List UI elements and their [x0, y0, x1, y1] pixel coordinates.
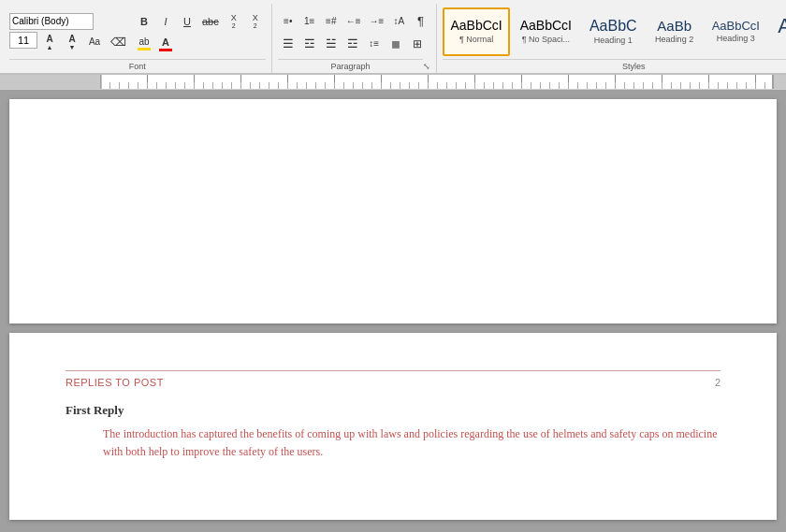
- bullets-button[interactable]: ≡•: [278, 11, 298, 32]
- ruler: [0, 75, 786, 90]
- numbering-button[interactable]: 1≡: [299, 11, 320, 32]
- shading-button[interactable]: ◼: [386, 34, 406, 54]
- show-marks-button[interactable]: ¶: [410, 11, 430, 32]
- superscript-button[interactable]: X2: [245, 11, 266, 32]
- style-h3-preview: AaBbCcI: [712, 20, 760, 33]
- style-h2-preview: AaBb: [657, 19, 691, 35]
- style-normal-label: ¶ Normal: [459, 35, 493, 44]
- font-size-input[interactable]: [9, 32, 37, 49]
- first-reply-body: The introduction has captured the benefi…: [66, 425, 720, 461]
- clear-format-button[interactable]: ⌫: [107, 32, 130, 52]
- page-2: REPLIES TO POST 2 First Reply The introd…: [9, 333, 777, 520]
- paragraph-buttons: ≡• 1≡ ≡# ←≡ →≡ ↕A ¶ ☰ ☲ ☱ ☲ ↕≡ ◼ ⊞: [278, 6, 431, 59]
- font-section-label: Font: [9, 59, 266, 73]
- style-h1-label: Heading 1: [594, 36, 633, 45]
- style-title[interactable]: AaB Title: [770, 7, 786, 56]
- borders-button[interactable]: ⊞: [407, 34, 428, 54]
- align-center-button[interactable]: ☲: [299, 34, 320, 54]
- align-left-button[interactable]: ☰: [278, 34, 298, 54]
- replies-header: REPLIES TO POST 2: [66, 370, 720, 388]
- styles-section-label: Styles: [443, 59, 786, 73]
- document-area[interactable]: REPLIES TO POST 2 First Reply The introd…: [0, 90, 786, 532]
- style-heading1[interactable]: AaBbC Heading 1: [582, 7, 645, 56]
- multilevel-button[interactable]: ≡#: [321, 11, 342, 32]
- line-spacing-button[interactable]: ↕≡: [364, 34, 385, 54]
- style-title-preview: AaB: [778, 15, 786, 37]
- replies-title: REPLIES TO POST: [66, 377, 164, 388]
- grow-font-button[interactable]: A▲: [39, 32, 60, 52]
- paragraph-dialog-launcher[interactable]: ⤡: [423, 62, 430, 71]
- style-h3-label: Heading 3: [717, 34, 755, 43]
- style-h1-preview: AaBbC: [590, 18, 637, 35]
- style-nospace-preview: AaBbCcI: [520, 19, 572, 33]
- sort-button[interactable]: ↕A: [388, 11, 409, 32]
- font-section: A▲ A▼ Aa ⌫ B I U abc X2 X2 ab: [4, 4, 272, 73]
- style-heading2[interactable]: AaBb Heading 2: [648, 7, 702, 56]
- bold-button[interactable]: B: [134, 11, 154, 32]
- underline-button[interactable]: U: [177, 11, 197, 32]
- italic-button[interactable]: I: [155, 11, 176, 32]
- style-nospace-label: ¶ No Spaci...: [522, 35, 570, 44]
- shrink-font-button[interactable]: A▼: [62, 32, 82, 52]
- replies-count: 2: [715, 377, 720, 388]
- font-color-button[interactable]: A: [155, 34, 176, 54]
- paragraph-section-label: Paragraph: [278, 59, 424, 73]
- ribbon-bar: A▲ A▼ Aa ⌫ B I U abc X2 X2 ab: [0, 0, 786, 75]
- align-right-button[interactable]: ☱: [321, 34, 342, 54]
- highlight-button[interactable]: ab: [134, 34, 154, 54]
- first-reply-heading: First Reply: [66, 403, 720, 418]
- change-case-button[interactable]: Aa: [84, 32, 105, 52]
- decrease-indent-button[interactable]: ←≡: [342, 11, 365, 32]
- paragraph-section: ≡• 1≡ ≡# ←≡ →≡ ↕A ¶ ☰ ☲ ☱ ☲ ↕≡ ◼ ⊞: [272, 4, 438, 73]
- strikethrough-button[interactable]: abc: [198, 11, 223, 32]
- style-no-spacing[interactable]: AaBbCcI ¶ No Spaci...: [513, 7, 579, 56]
- subscript-button[interactable]: X2: [224, 11, 244, 32]
- increase-indent-button[interactable]: →≡: [366, 11, 388, 32]
- style-normal-preview: AaBbCcI: [450, 19, 502, 33]
- font-section-buttons: A▲ A▼ Aa ⌫ B I U abc X2 X2 ab: [9, 6, 266, 59]
- page-1: [9, 99, 777, 324]
- styles-buttons: AaBbCcI ¶ Normal AaBbCcI ¶ No Spaci... A…: [443, 6, 786, 59]
- font-name-input[interactable]: [9, 13, 94, 30]
- justify-button[interactable]: ☲: [342, 34, 363, 54]
- style-h2-label: Heading 2: [655, 35, 693, 44]
- style-heading3[interactable]: AaBbCcI Heading 3: [705, 7, 767, 56]
- styles-section: AaBbCcI ¶ Normal AaBbCcI ¶ No Spaci... A…: [437, 4, 786, 73]
- style-normal[interactable]: AaBbCcI ¶ Normal: [443, 7, 509, 56]
